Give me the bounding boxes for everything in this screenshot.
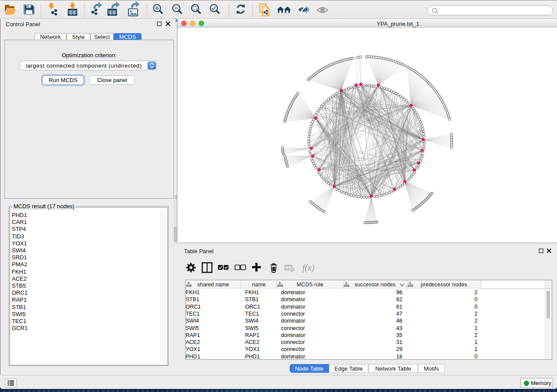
svg-text:f(x): f(x) [302,263,315,273]
